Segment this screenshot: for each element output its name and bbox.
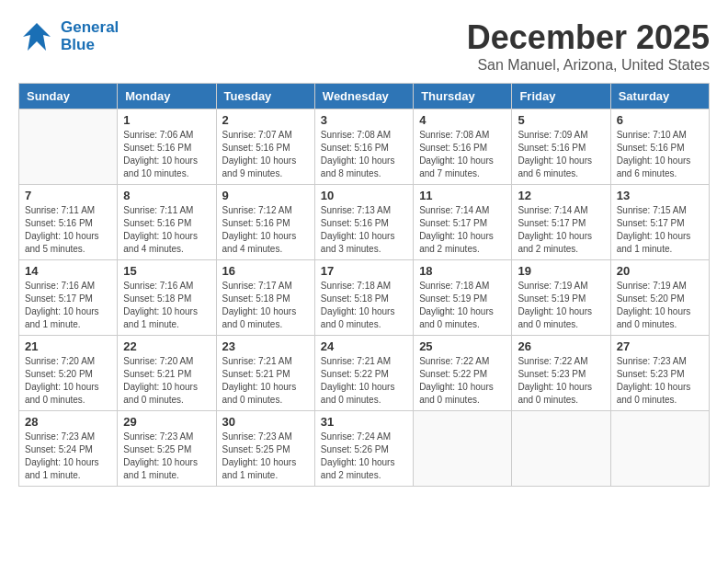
day-number: 29 <box>123 415 210 429</box>
day-info: Sunrise: 7:11 AMSunset: 5:16 PMDaylight:… <box>25 204 111 256</box>
page-header: General Blue December 2025 San Manuel, A… <box>18 18 710 74</box>
day-info: Sunrise: 7:15 AMSunset: 5:17 PMDaylight:… <box>617 204 703 256</box>
day-number: 12 <box>518 189 604 202</box>
day-info: Sunrise: 7:19 AMSunset: 5:20 PMDaylight:… <box>617 280 703 331</box>
day-info: Sunrise: 7:11 AMSunset: 5:16 PMDaylight:… <box>123 204 210 256</box>
day-info: Sunrise: 7:07 AMSunset: 5:16 PMDaylight:… <box>222 129 309 180</box>
day-number: 28 <box>25 415 111 429</box>
day-number: 18 <box>419 264 506 278</box>
day-cell-4-6 <box>610 411 709 487</box>
day-number: 14 <box>25 264 111 278</box>
weekday-header-row: Sunday Monday Tuesday Wednesday Thursday… <box>19 84 710 109</box>
day-info: Sunrise: 7:08 AMSunset: 5:16 PMDaylight:… <box>321 129 407 180</box>
day-info: Sunrise: 7:22 AMSunset: 5:22 PMDaylight:… <box>419 355 506 407</box>
day-number: 16 <box>222 264 309 278</box>
location: San Manuel, Arizona, United States <box>467 57 710 74</box>
header-monday: Monday <box>118 84 216 109</box>
day-cell-2-1: 15Sunrise: 7:16 AMSunset: 5:18 PMDayligh… <box>118 260 216 336</box>
day-info: Sunrise: 7:12 AMSunset: 5:16 PMDaylight:… <box>222 204 309 256</box>
day-cell-4-1: 29Sunrise: 7:23 AMSunset: 5:25 PMDayligh… <box>118 411 216 487</box>
week-row-1: 7Sunrise: 7:11 AMSunset: 5:16 PMDaylight… <box>19 185 710 260</box>
day-info: Sunrise: 7:20 AMSunset: 5:21 PMDaylight:… <box>123 355 210 407</box>
day-cell-1-1: 8Sunrise: 7:11 AMSunset: 5:16 PMDaylight… <box>118 185 216 260</box>
calendar-table: Sunday Monday Tuesday Wednesday Thursday… <box>18 83 710 487</box>
day-number: 17 <box>321 264 407 278</box>
day-cell-1-0: 7Sunrise: 7:11 AMSunset: 5:16 PMDaylight… <box>19 185 118 260</box>
day-info: Sunrise: 7:16 AMSunset: 5:17 PMDaylight:… <box>25 280 111 331</box>
day-cell-0-3: 3Sunrise: 7:08 AMSunset: 5:16 PMDaylight… <box>314 109 413 185</box>
day-number: 5 <box>518 113 604 127</box>
logo-general: General <box>61 19 119 37</box>
day-info: Sunrise: 7:19 AMSunset: 5:19 PMDaylight:… <box>518 280 604 331</box>
day-info: Sunrise: 7:06 AMSunset: 5:16 PMDaylight:… <box>123 129 210 180</box>
day-cell-2-0: 14Sunrise: 7:16 AMSunset: 5:17 PMDayligh… <box>19 260 118 336</box>
day-cell-1-4: 11Sunrise: 7:14 AMSunset: 5:17 PMDayligh… <box>414 185 512 260</box>
day-number: 21 <box>25 339 111 353</box>
day-number: 9 <box>222 189 309 202</box>
day-number: 11 <box>419 189 506 202</box>
day-cell-4-4 <box>414 411 512 487</box>
day-cell-0-2: 2Sunrise: 7:07 AMSunset: 5:16 PMDaylight… <box>216 109 314 185</box>
day-number: 1 <box>123 113 210 127</box>
day-number: 25 <box>419 339 506 353</box>
day-info: Sunrise: 7:21 AMSunset: 5:22 PMDaylight:… <box>321 355 407 407</box>
day-number: 27 <box>617 339 703 353</box>
day-number: 8 <box>123 189 210 202</box>
day-info: Sunrise: 7:08 AMSunset: 5:16 PMDaylight:… <box>419 129 506 180</box>
day-info: Sunrise: 7:23 AMSunset: 5:25 PMDaylight:… <box>222 431 309 482</box>
day-cell-3-3: 24Sunrise: 7:21 AMSunset: 5:22 PMDayligh… <box>314 336 413 411</box>
day-info: Sunrise: 7:24 AMSunset: 5:26 PMDaylight:… <box>321 431 407 482</box>
day-info: Sunrise: 7:20 AMSunset: 5:20 PMDaylight:… <box>25 355 111 407</box>
day-cell-3-5: 26Sunrise: 7:22 AMSunset: 5:23 PMDayligh… <box>512 336 610 411</box>
month-title: December 2025 <box>467 18 710 57</box>
day-cell-2-5: 19Sunrise: 7:19 AMSunset: 5:19 PMDayligh… <box>512 260 610 336</box>
day-info: Sunrise: 7:18 AMSunset: 5:18 PMDaylight:… <box>321 280 407 331</box>
day-number: 3 <box>321 113 407 127</box>
day-number: 22 <box>123 339 210 353</box>
day-cell-0-6: 6Sunrise: 7:10 AMSunset: 5:16 PMDaylight… <box>610 109 709 185</box>
day-info: Sunrise: 7:09 AMSunset: 5:16 PMDaylight:… <box>518 129 604 180</box>
day-cell-1-6: 13Sunrise: 7:15 AMSunset: 5:17 PMDayligh… <box>610 185 709 260</box>
day-number: 26 <box>518 339 604 353</box>
logo: General Blue <box>18 18 119 55</box>
header-thursday: Thursday <box>414 84 512 109</box>
day-info: Sunrise: 7:14 AMSunset: 5:17 PMDaylight:… <box>518 204 604 256</box>
day-cell-3-0: 21Sunrise: 7:20 AMSunset: 5:20 PMDayligh… <box>19 336 118 411</box>
title-section: December 2025 San Manuel, Arizona, Unite… <box>467 18 710 74</box>
header-sunday: Sunday <box>19 84 118 109</box>
week-row-4: 28Sunrise: 7:23 AMSunset: 5:24 PMDayligh… <box>19 411 710 487</box>
day-cell-0-5: 5Sunrise: 7:09 AMSunset: 5:16 PMDaylight… <box>512 109 610 185</box>
day-info: Sunrise: 7:22 AMSunset: 5:23 PMDaylight:… <box>518 355 604 407</box>
day-info: Sunrise: 7:13 AMSunset: 5:16 PMDaylight:… <box>321 204 407 256</box>
day-cell-0-4: 4Sunrise: 7:08 AMSunset: 5:16 PMDaylight… <box>414 109 512 185</box>
day-cell-0-0 <box>19 109 118 185</box>
day-cell-4-0: 28Sunrise: 7:23 AMSunset: 5:24 PMDayligh… <box>19 411 118 487</box>
week-row-2: 14Sunrise: 7:16 AMSunset: 5:17 PMDayligh… <box>19 260 710 336</box>
day-cell-2-6: 20Sunrise: 7:19 AMSunset: 5:20 PMDayligh… <box>610 260 709 336</box>
day-number: 7 <box>25 189 111 202</box>
day-cell-2-2: 16Sunrise: 7:17 AMSunset: 5:18 PMDayligh… <box>216 260 314 336</box>
week-row-0: 1Sunrise: 7:06 AMSunset: 5:16 PMDaylight… <box>19 109 710 185</box>
day-info: Sunrise: 7:16 AMSunset: 5:18 PMDaylight:… <box>123 280 210 331</box>
day-cell-3-4: 25Sunrise: 7:22 AMSunset: 5:22 PMDayligh… <box>414 336 512 411</box>
day-info: Sunrise: 7:14 AMSunset: 5:17 PMDaylight:… <box>419 204 506 256</box>
day-number: 10 <box>321 189 407 202</box>
header-friday: Friday <box>512 84 610 109</box>
day-cell-3-6: 27Sunrise: 7:23 AMSunset: 5:23 PMDayligh… <box>610 336 709 411</box>
header-saturday: Saturday <box>610 84 709 109</box>
day-cell-4-5 <box>512 411 610 487</box>
day-info: Sunrise: 7:23 AMSunset: 5:23 PMDaylight:… <box>617 355 703 407</box>
day-info: Sunrise: 7:18 AMSunset: 5:19 PMDaylight:… <box>419 280 506 331</box>
day-number: 20 <box>617 264 703 278</box>
day-cell-1-3: 10Sunrise: 7:13 AMSunset: 5:16 PMDayligh… <box>314 185 413 260</box>
day-cell-0-1: 1Sunrise: 7:06 AMSunset: 5:16 PMDaylight… <box>118 109 216 185</box>
day-info: Sunrise: 7:23 AMSunset: 5:24 PMDaylight:… <box>25 431 111 482</box>
day-number: 31 <box>321 415 407 429</box>
day-number: 6 <box>617 113 703 127</box>
day-cell-4-2: 30Sunrise: 7:23 AMSunset: 5:25 PMDayligh… <box>216 411 314 487</box>
svg-marker-0 <box>23 23 51 51</box>
day-cell-4-3: 31Sunrise: 7:24 AMSunset: 5:26 PMDayligh… <box>314 411 413 487</box>
day-number: 23 <box>222 339 309 353</box>
day-cell-1-5: 12Sunrise: 7:14 AMSunset: 5:17 PMDayligh… <box>512 185 610 260</box>
day-number: 2 <box>222 113 309 127</box>
